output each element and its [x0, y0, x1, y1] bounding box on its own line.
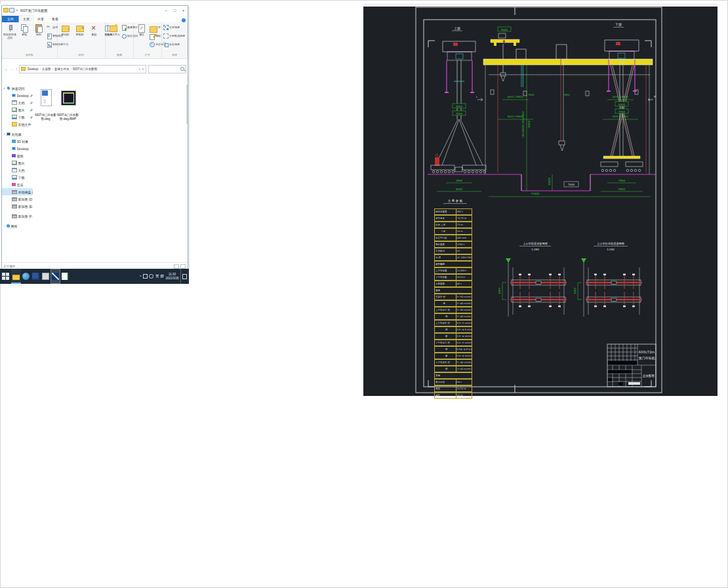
table-row: 慢3~40 m/min	[434, 300, 472, 307]
input-language-indicator[interactable]: 英	[155, 274, 159, 279]
breadcrumb[interactable]: Desktop›久画图›新建文件夹›600T龙门吊装配图› ∨ ↻	[19, 65, 146, 73]
back-button[interactable]: ←	[3, 67, 9, 71]
forward-button[interactable]: →	[9, 67, 14, 71]
taskbar-word[interactable]	[31, 269, 41, 284]
sidebar-item[interactable]: 其他文件	[2, 121, 33, 128]
sidebar-item-icon	[12, 214, 17, 218]
start-button[interactable]	[0, 269, 11, 284]
ribbon-button[interactable]: 固定到快速访问	[3, 23, 17, 52]
sidebar-item[interactable]: 新加卷 (E:)	[2, 203, 33, 210]
sidebar-item[interactable]: 视频	[2, 152, 33, 159]
table-row: 起升载荷	[434, 261, 472, 268]
sidebar-item[interactable]: 本地磁盘 (C:)	[2, 188, 33, 195]
maximize-button[interactable]: □	[171, 7, 179, 14]
sidebar-item[interactable]: ›网络	[2, 222, 33, 229]
refresh-icon[interactable]: ↻	[142, 68, 144, 71]
tray-volume-icon[interactable]	[149, 274, 153, 279]
sidebar-item[interactable]: 下载	[2, 113, 33, 121]
folder-icon	[21, 67, 26, 71]
expand-arrow-icon[interactable]: ∨	[3, 87, 7, 90]
sidebar-item[interactable]: 3D 对象	[2, 138, 33, 145]
dim-label: 2500	[456, 179, 463, 182]
section-mark: R	[654, 95, 656, 98]
search-input[interactable]	[149, 68, 180, 71]
title-bar[interactable]: ▾ 600T龙门吊装配图 – □ ×	[2, 6, 188, 14]
sidebar-item[interactable]: 新加卷 (F:)	[2, 212, 33, 220]
tray-ime-grid-icon[interactable]	[161, 275, 164, 278]
ribbon-button[interactable]: 反向选择	[163, 40, 186, 49]
qat-caret-icon[interactable]: ▾	[16, 9, 18, 12]
minimize-button[interactable]: –	[162, 7, 171, 14]
ribbon-button[interactable]: 属性	[134, 23, 149, 52]
address-bar: ← → ↑ Desktop›久画图›新建文件夹›600T龙门吊装配图› ∨ ↻	[2, 64, 188, 74]
breadcrumb-segment[interactable]: 新建文件夹›	[54, 68, 72, 71]
taskbar-clock[interactable]: 11:332021/3/26	[165, 273, 178, 280]
tab-file[interactable]: 文件	[2, 16, 19, 22]
taskbar-browser[interactable]	[21, 269, 31, 284]
details-view-icon[interactable]	[174, 264, 179, 269]
taskbar-cad-viewer[interactable]	[51, 269, 60, 284]
sidebar-item[interactable]: 文档	[2, 99, 33, 106]
sidebar-item-icon	[12, 175, 17, 180]
sidebar-item[interactable]: 新加卷 (D:)	[2, 195, 33, 203]
taskbar-doc[interactable]	[41, 269, 51, 284]
address-dropdown-icon[interactable]: ∨	[138, 68, 140, 71]
nav-scrollbar[interactable]	[186, 85, 188, 124]
tray-shield-icon[interactable]	[143, 274, 148, 279]
table-row: 速度	[434, 287, 472, 294]
ribbon-button[interactable]: 复制到	[73, 23, 87, 52]
plan-view-title: 上小车轨道梁俯视图	[523, 242, 548, 246]
taskbar-icon	[2, 273, 9, 280]
sidebar-item[interactable]: Desktop	[2, 92, 33, 99]
pin-icon	[30, 101, 32, 104]
tab-share[interactable]: 共享	[33, 16, 48, 22]
taskbar: ^ 英 11:332021/3/26	[0, 269, 189, 284]
taskbar-explorer[interactable]	[11, 269, 21, 284]
table-row: 微0.5~4 m/min	[434, 333, 472, 340]
search-box[interactable]	[148, 65, 186, 73]
dim-label: 3000	[563, 94, 570, 96]
ribbon-icon	[163, 33, 169, 39]
breadcrumb-segment[interactable]: Desktop›	[27, 68, 41, 71]
ribbon-button[interactable]: 全部选择	[163, 23, 186, 31]
tray-chevron-icon[interactable]: ^	[140, 275, 141, 279]
close-button[interactable]: ×	[179, 7, 188, 14]
downstream-view-label: 下游	[615, 22, 622, 27]
section-mark: L	[476, 95, 478, 98]
sidebar-item[interactable]: 图片	[2, 106, 33, 113]
pin-icon	[30, 108, 32, 111]
tab-home[interactable]: 主页	[19, 16, 33, 22]
thumbnails-view-icon[interactable]	[180, 264, 186, 269]
sidebar-item[interactable]: 音乐	[2, 181, 33, 188]
ribbon-button[interactable]: 全部取消选择	[163, 31, 186, 40]
sidebar-item[interactable]: Desktop	[2, 145, 33, 152]
sidebar-item[interactable]: ∨此电脑	[2, 130, 33, 138]
sidebar-item[interactable]: 图片	[2, 159, 33, 167]
table-row: 其他	[434, 372, 472, 380]
taskbar-icon	[22, 273, 30, 280]
window-title: 600T龙门吊装配图	[20, 9, 162, 12]
table-row: 吊具重量40 t	[434, 281, 472, 288]
up-button[interactable]: ↑	[14, 67, 19, 71]
ribbon-group-organize: 移动到复制到删除重命名 组织	[58, 22, 106, 59]
ribbon-button[interactable]: 移动到	[58, 23, 73, 52]
breadcrumb-segment[interactable]: 600T龙门吊装配图›	[72, 68, 98, 71]
tab-view[interactable]: 查看	[48, 16, 62, 22]
file-dwg[interactable]: 600T龙门吊装配图.dwg	[35, 88, 56, 121]
pin-icon	[30, 115, 32, 118]
taskbar-excel[interactable]	[60, 269, 70, 284]
sidebar-item[interactable]: 文档	[2, 167, 33, 174]
file-name: 600T龙门吊装配图.dwg	[35, 113, 56, 121]
ribbon-icon	[76, 24, 84, 32]
ribbon-button[interactable]: 删除	[87, 23, 102, 52]
qat-up-icon[interactable]	[9, 8, 14, 12]
breadcrumb-segment[interactable]: 久画图›	[41, 68, 54, 71]
sidebar-item[interactable]: ∨快速访问	[2, 85, 33, 92]
sidebar-item[interactable]: 下载	[2, 174, 33, 181]
notification-center-button[interactable]	[180, 269, 188, 284]
file-bmp[interactable]: 600T龙门吊装配图.dwg.BMP	[58, 88, 78, 121]
ribbon-button[interactable]: 粘贴	[31, 23, 46, 52]
table-title: 主 要 参 数	[448, 199, 463, 203]
ribbon-button[interactable]: 复制	[17, 23, 31, 52]
dim-label: 5000	[618, 103, 626, 106]
